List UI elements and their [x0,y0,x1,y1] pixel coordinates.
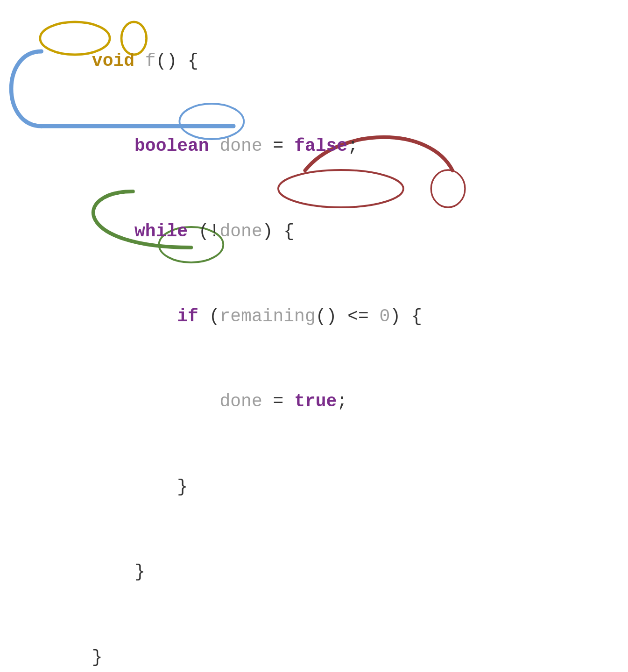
keyword-if: if [177,306,198,326]
keyword-true: true [294,391,337,411]
var-done-decl: done [220,136,262,156]
var-done-while-cond: done [220,221,262,241]
code-line-1: void f() { [28,19,600,104]
keyword-false: false [294,136,347,156]
code-line-2: boolean done = false; [28,104,600,189]
code-line-5: done = true; [28,360,600,445]
code-line-6: } [28,445,600,530]
func-name-f: f [145,51,156,71]
code-line-8: } [28,615,600,672]
code-line-7: } [28,530,600,615]
var-done-assign: done [219,391,262,411]
main-container: void f() { boolean done = false; while (… [0,0,628,672]
keyword-void: void [92,51,134,71]
keyword-while: while [134,221,188,241]
code-section: void f() { boolean done = false; while (… [28,19,600,672]
keyword-boolean: boolean [134,136,209,156]
func-remaining: remaining [219,306,315,326]
literal-zero: 0 [380,306,390,326]
code-line-3: while (!done) { [28,189,600,274]
code-line-4: if (remaining() <= 0) { [28,274,600,359]
